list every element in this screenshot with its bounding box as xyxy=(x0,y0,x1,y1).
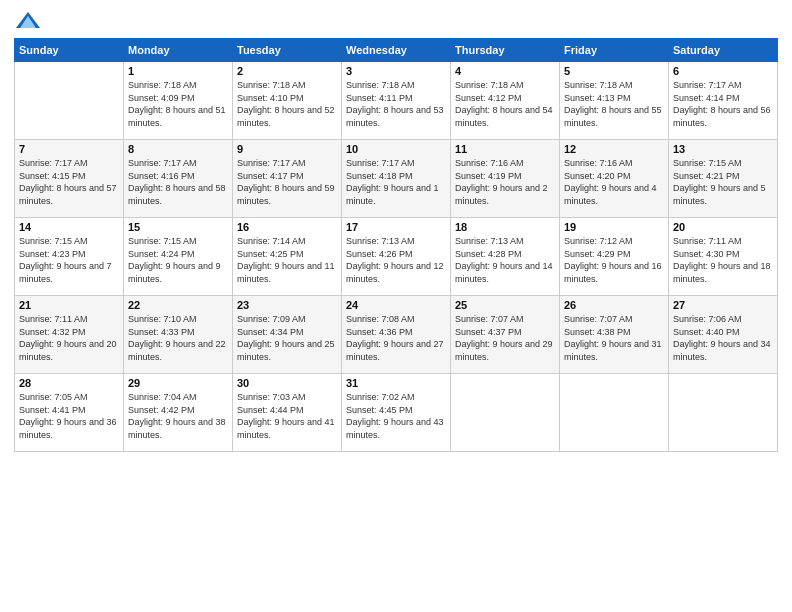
day-number: 17 xyxy=(346,221,446,233)
day-info: Sunrise: 7:07 AMSunset: 4:38 PMDaylight:… xyxy=(564,313,664,363)
day-number: 14 xyxy=(19,221,119,233)
calendar-cell: 16Sunrise: 7:14 AMSunset: 4:25 PMDayligh… xyxy=(233,218,342,296)
calendar-cell: 31Sunrise: 7:02 AMSunset: 4:45 PMDayligh… xyxy=(342,374,451,452)
calendar-cell: 29Sunrise: 7:04 AMSunset: 4:42 PMDayligh… xyxy=(124,374,233,452)
day-info: Sunrise: 7:08 AMSunset: 4:36 PMDaylight:… xyxy=(346,313,446,363)
calendar-cell: 30Sunrise: 7:03 AMSunset: 4:44 PMDayligh… xyxy=(233,374,342,452)
calendar-cell: 25Sunrise: 7:07 AMSunset: 4:37 PMDayligh… xyxy=(451,296,560,374)
day-info: Sunrise: 7:13 AMSunset: 4:26 PMDaylight:… xyxy=(346,235,446,285)
weekday-header-wednesday: Wednesday xyxy=(342,39,451,62)
day-info: Sunrise: 7:17 AMSunset: 4:18 PMDaylight:… xyxy=(346,157,446,207)
calendar-cell: 14Sunrise: 7:15 AMSunset: 4:23 PMDayligh… xyxy=(15,218,124,296)
day-number: 8 xyxy=(128,143,228,155)
day-info: Sunrise: 7:17 AMSunset: 4:16 PMDaylight:… xyxy=(128,157,228,207)
calendar-cell: 26Sunrise: 7:07 AMSunset: 4:38 PMDayligh… xyxy=(560,296,669,374)
calendar-cell: 6Sunrise: 7:17 AMSunset: 4:14 PMDaylight… xyxy=(669,62,778,140)
logo-icon xyxy=(14,10,42,32)
day-info: Sunrise: 7:02 AMSunset: 4:45 PMDaylight:… xyxy=(346,391,446,441)
calendar-cell: 9Sunrise: 7:17 AMSunset: 4:17 PMDaylight… xyxy=(233,140,342,218)
day-info: Sunrise: 7:15 AMSunset: 4:21 PMDaylight:… xyxy=(673,157,773,207)
calendar-cell: 4Sunrise: 7:18 AMSunset: 4:12 PMDaylight… xyxy=(451,62,560,140)
calendar-cell: 7Sunrise: 7:17 AMSunset: 4:15 PMDaylight… xyxy=(15,140,124,218)
day-info: Sunrise: 7:16 AMSunset: 4:20 PMDaylight:… xyxy=(564,157,664,207)
day-number: 10 xyxy=(346,143,446,155)
calendar-cell: 22Sunrise: 7:10 AMSunset: 4:33 PMDayligh… xyxy=(124,296,233,374)
day-number: 20 xyxy=(673,221,773,233)
day-info: Sunrise: 7:15 AMSunset: 4:23 PMDaylight:… xyxy=(19,235,119,285)
day-number: 19 xyxy=(564,221,664,233)
day-number: 23 xyxy=(237,299,337,311)
calendar-cell xyxy=(560,374,669,452)
day-number: 29 xyxy=(128,377,228,389)
day-number: 6 xyxy=(673,65,773,77)
day-info: Sunrise: 7:11 AMSunset: 4:30 PMDaylight:… xyxy=(673,235,773,285)
day-number: 28 xyxy=(19,377,119,389)
day-number: 9 xyxy=(237,143,337,155)
day-info: Sunrise: 7:11 AMSunset: 4:32 PMDaylight:… xyxy=(19,313,119,363)
day-number: 1 xyxy=(128,65,228,77)
day-info: Sunrise: 7:05 AMSunset: 4:41 PMDaylight:… xyxy=(19,391,119,441)
week-row-2: 7Sunrise: 7:17 AMSunset: 4:15 PMDaylight… xyxy=(15,140,778,218)
day-info: Sunrise: 7:13 AMSunset: 4:28 PMDaylight:… xyxy=(455,235,555,285)
week-row-4: 21Sunrise: 7:11 AMSunset: 4:32 PMDayligh… xyxy=(15,296,778,374)
calendar-table: SundayMondayTuesdayWednesdayThursdayFrid… xyxy=(14,38,778,452)
calendar-cell xyxy=(669,374,778,452)
day-number: 13 xyxy=(673,143,773,155)
day-number: 26 xyxy=(564,299,664,311)
day-info: Sunrise: 7:09 AMSunset: 4:34 PMDaylight:… xyxy=(237,313,337,363)
calendar-cell: 19Sunrise: 7:12 AMSunset: 4:29 PMDayligh… xyxy=(560,218,669,296)
calendar-cell: 20Sunrise: 7:11 AMSunset: 4:30 PMDayligh… xyxy=(669,218,778,296)
calendar-cell xyxy=(451,374,560,452)
day-info: Sunrise: 7:17 AMSunset: 4:14 PMDaylight:… xyxy=(673,79,773,129)
page-container: SundayMondayTuesdayWednesdayThursdayFrid… xyxy=(0,0,792,462)
day-info: Sunrise: 7:04 AMSunset: 4:42 PMDaylight:… xyxy=(128,391,228,441)
day-info: Sunrise: 7:06 AMSunset: 4:40 PMDaylight:… xyxy=(673,313,773,363)
day-info: Sunrise: 7:17 AMSunset: 4:17 PMDaylight:… xyxy=(237,157,337,207)
day-info: Sunrise: 7:14 AMSunset: 4:25 PMDaylight:… xyxy=(237,235,337,285)
weekday-header-thursday: Thursday xyxy=(451,39,560,62)
logo xyxy=(14,10,46,32)
day-info: Sunrise: 7:07 AMSunset: 4:37 PMDaylight:… xyxy=(455,313,555,363)
day-number: 30 xyxy=(237,377,337,389)
day-info: Sunrise: 7:12 AMSunset: 4:29 PMDaylight:… xyxy=(564,235,664,285)
day-number: 18 xyxy=(455,221,555,233)
day-number: 3 xyxy=(346,65,446,77)
day-info: Sunrise: 7:18 AMSunset: 4:09 PMDaylight:… xyxy=(128,79,228,129)
day-info: Sunrise: 7:18 AMSunset: 4:10 PMDaylight:… xyxy=(237,79,337,129)
calendar-cell: 5Sunrise: 7:18 AMSunset: 4:13 PMDaylight… xyxy=(560,62,669,140)
day-number: 25 xyxy=(455,299,555,311)
day-number: 16 xyxy=(237,221,337,233)
day-info: Sunrise: 7:18 AMSunset: 4:13 PMDaylight:… xyxy=(564,79,664,129)
week-row-1: 1Sunrise: 7:18 AMSunset: 4:09 PMDaylight… xyxy=(15,62,778,140)
calendar-cell: 27Sunrise: 7:06 AMSunset: 4:40 PMDayligh… xyxy=(669,296,778,374)
day-number: 5 xyxy=(564,65,664,77)
calendar-cell: 18Sunrise: 7:13 AMSunset: 4:28 PMDayligh… xyxy=(451,218,560,296)
week-row-3: 14Sunrise: 7:15 AMSunset: 4:23 PMDayligh… xyxy=(15,218,778,296)
calendar-cell: 2Sunrise: 7:18 AMSunset: 4:10 PMDaylight… xyxy=(233,62,342,140)
day-number: 12 xyxy=(564,143,664,155)
calendar-cell: 11Sunrise: 7:16 AMSunset: 4:19 PMDayligh… xyxy=(451,140,560,218)
week-row-5: 28Sunrise: 7:05 AMSunset: 4:41 PMDayligh… xyxy=(15,374,778,452)
day-number: 11 xyxy=(455,143,555,155)
weekday-header-saturday: Saturday xyxy=(669,39,778,62)
calendar-cell: 15Sunrise: 7:15 AMSunset: 4:24 PMDayligh… xyxy=(124,218,233,296)
weekday-header-sunday: Sunday xyxy=(15,39,124,62)
day-info: Sunrise: 7:18 AMSunset: 4:12 PMDaylight:… xyxy=(455,79,555,129)
calendar-cell: 23Sunrise: 7:09 AMSunset: 4:34 PMDayligh… xyxy=(233,296,342,374)
day-info: Sunrise: 7:17 AMSunset: 4:15 PMDaylight:… xyxy=(19,157,119,207)
day-number: 4 xyxy=(455,65,555,77)
calendar-cell: 13Sunrise: 7:15 AMSunset: 4:21 PMDayligh… xyxy=(669,140,778,218)
day-info: Sunrise: 7:10 AMSunset: 4:33 PMDaylight:… xyxy=(128,313,228,363)
day-number: 2 xyxy=(237,65,337,77)
weekday-header-row: SundayMondayTuesdayWednesdayThursdayFrid… xyxy=(15,39,778,62)
calendar-cell: 17Sunrise: 7:13 AMSunset: 4:26 PMDayligh… xyxy=(342,218,451,296)
day-info: Sunrise: 7:15 AMSunset: 4:24 PMDaylight:… xyxy=(128,235,228,285)
day-info: Sunrise: 7:03 AMSunset: 4:44 PMDaylight:… xyxy=(237,391,337,441)
day-number: 27 xyxy=(673,299,773,311)
day-info: Sunrise: 7:16 AMSunset: 4:19 PMDaylight:… xyxy=(455,157,555,207)
calendar-cell: 21Sunrise: 7:11 AMSunset: 4:32 PMDayligh… xyxy=(15,296,124,374)
day-number: 22 xyxy=(128,299,228,311)
day-info: Sunrise: 7:18 AMSunset: 4:11 PMDaylight:… xyxy=(346,79,446,129)
calendar-cell: 28Sunrise: 7:05 AMSunset: 4:41 PMDayligh… xyxy=(15,374,124,452)
day-number: 24 xyxy=(346,299,446,311)
